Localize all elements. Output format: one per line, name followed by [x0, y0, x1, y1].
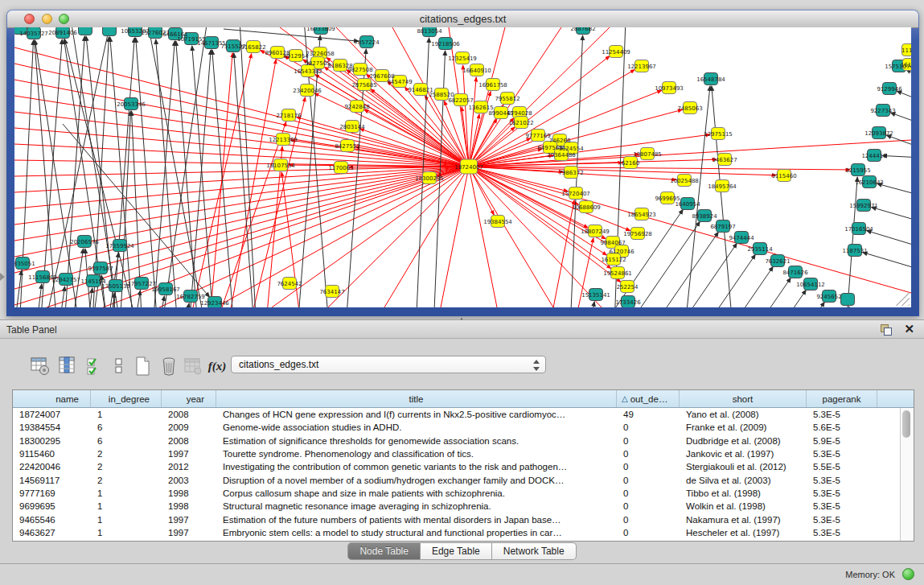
close-panel-icon[interactable]: ✕ [904, 322, 914, 336]
row-height-icon[interactable] [108, 355, 130, 377]
cell[interactable]: 1 [91, 501, 162, 511]
table-row[interactable]: 2242004622012Investigating the contribut… [13, 460, 914, 473]
cell[interactable]: 18724007 [13, 410, 91, 419]
cell[interactable]: 1998 [162, 488, 216, 498]
cell[interactable]: 2003 [162, 476, 216, 485]
cell[interactable]: 9463627 [13, 528, 91, 538]
cell[interactable]: Nakamura et al. (1997) [680, 515, 807, 525]
table-row[interactable]: 946554611997Estimation of the future num… [13, 513, 914, 525]
table-options-icon[interactable] [29, 355, 51, 377]
cell[interactable]: Yano et al. (2008) [680, 410, 807, 419]
tab-edge-table[interactable]: Edge Table [421, 542, 492, 560]
cell[interactable]: 9115460 [13, 449, 91, 459]
cell[interactable]: 5.3E-5 [807, 449, 877, 459]
panel-collapse-handle[interactable] [0, 273, 5, 281]
table-row[interactable]: 1456911722003Disruption of a novel membe… [13, 473, 914, 486]
cell[interactable]: 2 [91, 449, 162, 459]
cell[interactable]: 5.6E-5 [807, 422, 877, 432]
column-header-name[interactable]: name [13, 390, 91, 407]
cell[interactable]: 1 [91, 515, 162, 525]
show-column-icon[interactable] [56, 355, 79, 377]
cell[interactable]: 0 [617, 436, 680, 446]
cell[interactable]: Franke et al. (2009) [680, 422, 807, 432]
cell[interactable]: 5.3E-5 [807, 488, 877, 498]
column-header-pagerank[interactable]: pagerank [807, 390, 877, 407]
citation-network-graph[interactable]: 1403572720891406106532871527602764661611… [14, 27, 911, 307]
cell[interactable]: 2009 [162, 422, 216, 432]
column-header-out_de[interactable]: △out_de… [617, 390, 680, 407]
cell[interactable]: 0 [617, 488, 680, 498]
cell[interactable]: Investigating the contribution of common… [216, 462, 617, 472]
cell[interactable]: 0 [617, 462, 680, 472]
cell[interactable]: Embryonic stem cells: a model to study s… [216, 528, 617, 538]
cell[interactable]: 14569117 [13, 476, 91, 485]
cell[interactable]: 6 [91, 436, 162, 446]
scrollbar-thumb[interactable] [902, 410, 910, 438]
cell[interactable]: 1997 [162, 528, 216, 538]
cell[interactable]: 0 [617, 422, 680, 432]
cell[interactable]: 5.9E-5 [807, 436, 877, 446]
cell[interactable]: 0 [617, 449, 680, 459]
cell[interactable]: de Silva et al. (2003) [680, 476, 807, 485]
cell[interactable]: Estimation of the future numbers of pati… [216, 515, 617, 525]
cell[interactable]: Tourette syndrome. Phenomenology and cla… [216, 449, 617, 459]
tab-network-table[interactable]: Network Table [492, 542, 577, 560]
table-row[interactable]: 1830029562008Estimation of significance … [13, 435, 914, 447]
column-header-year[interactable]: year [162, 390, 216, 407]
network-window-titlebar[interactable]: citations_edges.txt [7, 10, 918, 28]
cell[interactable]: 1 [91, 528, 162, 538]
cell[interactable]: 0 [617, 476, 680, 485]
network-canvas[interactable]: 1403572720891406106532871527602764661611… [14, 27, 911, 307]
cell[interactable]: 2012 [162, 462, 216, 472]
function-builder-icon[interactable]: f(x) [206, 355, 228, 377]
cell[interactable]: Stergiakouli et al. (2012) [680, 462, 807, 472]
table-row[interactable]: 969969511998Structural magnetic resonanc… [13, 500, 914, 513]
column-header-in_degree[interactable]: in_degree [91, 390, 162, 407]
cell[interactable]: Wolkin et al. (1998) [680, 501, 807, 511]
cell[interactable]: 9699695 [13, 501, 91, 511]
cell[interactable]: 2008 [162, 410, 216, 419]
table-row[interactable]: 1872400712008Changes of HCN gene express… [13, 408, 914, 421]
delete-table-icon[interactable] [158, 355, 180, 377]
cell[interactable]: 2 [91, 476, 162, 485]
table-row[interactable]: 977716911998Corpus callosum shape and si… [13, 487, 914, 500]
cell[interactable]: Estimation of significance thresholds fo… [216, 436, 617, 446]
select-rows-icon[interactable] [84, 355, 106, 377]
cell[interactable]: 9777169 [13, 488, 91, 498]
column-header-title[interactable]: title [216, 390, 617, 407]
cell[interactable]: Jankovic et al. (1997) [680, 449, 807, 459]
cell[interactable]: 5.3E-5 [807, 410, 877, 419]
table-row[interactable]: 946362711997Embryonic stem cells: a mode… [13, 526, 914, 539]
table-row[interactable]: 911546021997Tourette syndrome. Phenomeno… [13, 447, 914, 460]
table-selector-dropdown[interactable]: citations_edges.txt [231, 356, 546, 373]
cell[interactable]: 5.3E-5 [807, 515, 877, 525]
cell[interactable]: 1998 [162, 501, 216, 511]
cell[interactable]: Corpus callosum shape and size in male p… [216, 488, 617, 498]
cell[interactable]: 0 [617, 528, 680, 538]
float-panel-icon[interactable] [881, 324, 892, 335]
cell[interactable]: 18300295 [13, 436, 91, 446]
cell[interactable]: 2008 [162, 436, 216, 446]
cell[interactable]: Structural magnetic resonance image aver… [216, 501, 617, 511]
cell[interactable]: 2 [91, 462, 162, 472]
cell[interactable]: 0 [617, 501, 680, 511]
cell[interactable]: 5.3E-5 [807, 476, 877, 485]
new-table-icon[interactable] [132, 355, 154, 377]
cell[interactable]: 1 [91, 410, 162, 419]
cell[interactable]: Changes of HCN gene expression and I(f) … [216, 410, 617, 419]
column-header-short[interactable]: short [680, 390, 807, 407]
cell[interactable]: Dudbridge et al. (2008) [680, 436, 807, 446]
cell[interactable]: 1 [91, 488, 162, 498]
vertical-scrollbar[interactable] [900, 408, 913, 542]
cell[interactable]: 1997 [162, 515, 216, 525]
cell[interactable]: 6 [91, 422, 162, 432]
network-window[interactable]: citations_edges.txt 14035727208914061065… [6, 10, 919, 316]
cell[interactable]: 19384554 [13, 422, 91, 432]
cell[interactable]: 9465546 [13, 515, 91, 525]
cell[interactable]: 1997 [162, 449, 216, 459]
cell[interactable]: Genome-wide association studies in ADHD. [216, 422, 617, 432]
tab-node-table[interactable]: Node Table [347, 542, 421, 560]
table-row[interactable]: 1938455462009Genome-wide association stu… [13, 421, 914, 434]
cell[interactable]: 5.3E-5 [807, 528, 877, 538]
cell[interactable]: 5.5E-5 [807, 462, 877, 472]
